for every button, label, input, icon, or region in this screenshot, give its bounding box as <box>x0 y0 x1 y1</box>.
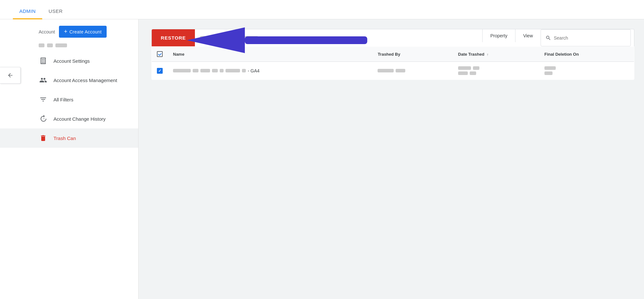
content-area: RESTORE Property View <box>139 19 644 299</box>
table-header-row: Name Trashed By Date Trashed ↑ Final Del… <box>152 47 634 62</box>
account-row: Account + Create Account <box>0 23 138 41</box>
col-header-name: Name <box>168 47 372 62</box>
create-account-label: Create Account <box>69 29 101 34</box>
col-header-final-deletion: Final Deletion On <box>539 47 634 62</box>
date-blur-row-2 <box>458 71 479 75</box>
blur-bar-2 <box>47 43 53 47</box>
tab-user[interactable]: USER <box>42 8 69 19</box>
date-blur-3 <box>458 71 468 75</box>
blur-bar-1 <box>39 43 44 47</box>
trashed-by-blurred <box>378 69 447 72</box>
col-header-date-trashed[interactable]: Date Trashed ↑ <box>453 47 539 62</box>
trash-can-label: Trash Can <box>53 135 76 141</box>
blur-bar-3 <box>55 43 67 47</box>
header-checkbox-col <box>152 47 168 62</box>
deletion-blur-1 <box>544 66 556 70</box>
deletion-blurred <box>544 66 629 75</box>
date-blur-group <box>458 66 479 75</box>
header-check-icon <box>158 52 162 56</box>
filter-icon <box>39 95 48 104</box>
deletion-blur-2 <box>544 71 553 75</box>
name-blur-6 <box>226 69 240 72</box>
name-blur-5 <box>220 69 224 72</box>
account-settings-label: Account Settings <box>53 58 90 64</box>
deletion-blur-group <box>544 66 556 75</box>
trashed-blur-2 <box>396 69 405 72</box>
date-blur-4 <box>470 71 476 75</box>
building-icon <box>39 56 48 65</box>
change-history-label: Account Change History <box>53 116 106 122</box>
row-final-deletion-cell <box>539 62 634 80</box>
name-blur-4 <box>212 69 218 72</box>
name-blur-2 <box>193 69 198 72</box>
view-button[interactable]: View <box>515 29 541 42</box>
data-table: Name Trashed By Date Trashed ↑ Final Del… <box>151 46 634 80</box>
row-checkbox-cell: ✓ <box>152 62 168 80</box>
header-checkbox[interactable] <box>157 51 163 57</box>
sidebar-item-account-settings[interactable]: Account Settings <box>0 51 138 70</box>
name-suffix: - GA4 <box>248 68 260 73</box>
sidebar: Account + Create Account Acco <box>0 19 139 299</box>
name-blurred-content: - GA4 <box>173 68 367 73</box>
sidebar-item-change-history[interactable]: Account Change History <box>0 109 138 128</box>
property-button[interactable]: Property <box>482 29 515 42</box>
main-layout: Account + Create Account Acco <box>0 19 644 299</box>
access-management-label: Account Access Management <box>53 78 117 83</box>
date-blur-1 <box>458 66 471 70</box>
back-arrow-icon <box>7 72 14 79</box>
sidebar-item-access-management[interactable]: Account Access Management <box>0 70 138 90</box>
history-icon <box>39 114 48 123</box>
search-box <box>541 29 631 46</box>
top-tab-bar: ADMIN USER <box>0 0 644 19</box>
toolbar-wrapper: RESTORE Property View <box>151 29 634 46</box>
toolbar-middle <box>195 29 482 46</box>
people-icon <box>39 76 48 85</box>
sort-icon: ↑ <box>487 52 489 56</box>
trash-icon <box>39 134 48 143</box>
back-button[interactable] <box>0 67 21 84</box>
table-row: ✓ - GA4 <box>152 62 634 80</box>
name-blur-7 <box>242 69 246 72</box>
date-trashed-label: Date Trashed <box>458 52 485 57</box>
tab-admin[interactable]: ADMIN <box>13 8 42 19</box>
row-trashed-by-cell <box>372 62 453 80</box>
row-checkbox[interactable]: ✓ <box>157 68 163 74</box>
date-blur-2 <box>473 66 479 70</box>
date-blur-row-1 <box>458 66 479 70</box>
name-blur-1 <box>173 69 191 72</box>
trashed-blur-1 <box>378 69 394 72</box>
search-icon <box>545 35 551 41</box>
toolbar: RESTORE Property View <box>151 29 634 46</box>
restore-button[interactable]: RESTORE <box>152 29 195 46</box>
row-name-cell: - GA4 <box>168 62 372 80</box>
row-date-trashed-cell <box>453 62 539 80</box>
sidebar-item-all-filters[interactable]: All Filters <box>0 90 138 109</box>
col-header-trashed-by: Trashed By <box>372 47 453 62</box>
plus-icon: + <box>64 28 68 35</box>
create-account-button[interactable]: + Create Account <box>59 26 107 38</box>
date-blurred <box>458 66 534 75</box>
sidebar-item-trash-can[interactable]: Trash Can <box>0 128 138 148</box>
account-label: Account <box>39 29 55 34</box>
blurred-toolbar-item <box>200 36 258 40</box>
account-selector[interactable] <box>0 41 138 50</box>
checkmark: ✓ <box>158 69 161 73</box>
name-blur-3 <box>200 69 210 72</box>
search-input[interactable] <box>554 35 626 41</box>
all-filters-label: All Filters <box>53 97 73 102</box>
